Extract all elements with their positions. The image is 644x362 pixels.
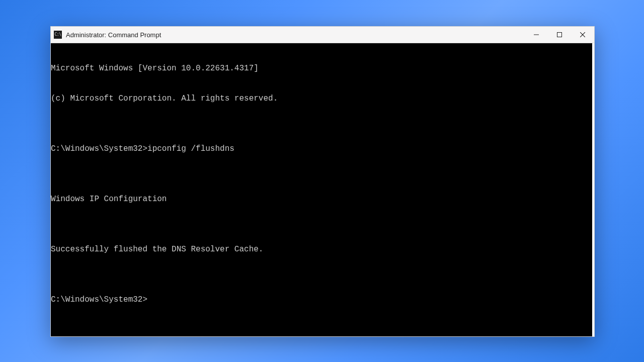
svg-rect-1	[557, 33, 562, 37]
terminal-line: Successfully flushed the DNS Resolver Ca…	[51, 244, 592, 254]
window-title: Administrator: Command Prompt	[66, 31, 161, 39]
maximize-button[interactable]	[548, 27, 571, 43]
close-icon	[580, 32, 585, 37]
window-controls	[525, 27, 594, 43]
minimize-icon	[534, 32, 539, 37]
command-prompt-window: C:\ Administrator: Command Prompt	[50, 26, 595, 337]
command-prompt-icon: C:\	[54, 31, 62, 39]
svg-rect-0	[534, 35, 539, 35]
terminal-output[interactable]: Microsoft Windows [Version 10.0.22631.43…	[51, 43, 594, 336]
terminal-line: C:\Windows\System32>ipconfig /flushdns	[51, 144, 592, 154]
close-button[interactable]	[571, 27, 594, 43]
terminal-line: Microsoft Windows [Version 10.0.22631.43…	[51, 63, 592, 73]
command-prompt-icon-label: C:\	[55, 33, 61, 37]
maximize-icon	[557, 32, 562, 37]
window-titlebar[interactable]: C:\ Administrator: Command Prompt	[51, 27, 594, 43]
terminal-line: C:\Windows\System32>	[51, 295, 592, 305]
terminal-line: Windows IP Configuration	[51, 194, 592, 204]
desktop-background: C:\ Administrator: Command Prompt	[0, 0, 644, 362]
minimize-button[interactable]	[525, 27, 548, 43]
terminal-line: (c) Microsoft Corporation. All rights re…	[51, 94, 592, 104]
